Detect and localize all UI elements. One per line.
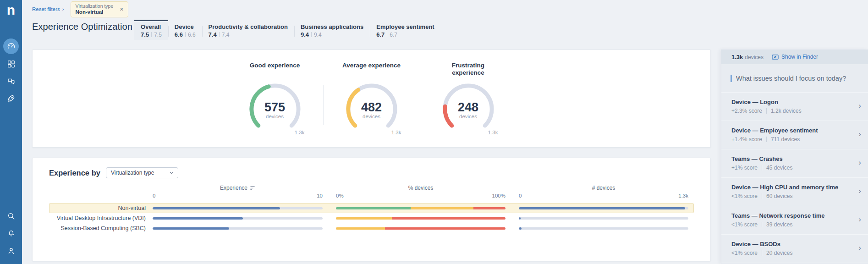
gauge-max-label: 1.3k [488, 130, 498, 135]
sidebar-item-dashboards[interactable] [0, 55, 22, 72]
issue-meta: <1% score 60 devices [731, 193, 852, 199]
pct-devices-bar [336, 217, 505, 220]
issue-title: Device — Logon [731, 99, 852, 105]
issue-score: <1% score [731, 250, 758, 256]
sidebar: n [0, 0, 22, 264]
tab-benchmark: 7.5 [154, 32, 162, 38]
table-row-sbc[interactable]: Session-Based Computing (SBC) [49, 223, 694, 233]
sidebar-item-overview[interactable] [0, 38, 22, 55]
chevron-right-icon: › [62, 6, 64, 12]
gauge-title: Good experience [245, 62, 305, 77]
column-header-experience[interactable]: Experience [153, 185, 323, 191]
issue-meta: <1% score 39 devices [731, 221, 852, 228]
experience-bar [153, 227, 323, 230]
column-header-pct-devices[interactable]: % devices [336, 185, 505, 191]
issue-meta: +1.4% score 711 devices [731, 136, 852, 143]
issue-meta: +1% score 45 devices [731, 165, 852, 171]
breakdown-dropdown[interactable]: Virtualization type [106, 167, 178, 178]
tab-scores: 7.5 7.5 [141, 31, 162, 38]
issue-meta: +2.3% score 1.2k devices [731, 108, 852, 114]
reset-filters-link[interactable]: Reset filters › [32, 6, 64, 12]
issue-title: Device — High CPU and memory time [731, 184, 852, 191]
tab-productivity-collaboration[interactable]: Productivity & collaboration 7.4 7.4 [202, 20, 294, 40]
issue-device-high-cpu-memory[interactable]: Device — High CPU and memory time <1% sc… [721, 178, 868, 206]
close-icon[interactable]: × [119, 6, 124, 12]
focus-question: What issues should I focus on today? [721, 64, 868, 93]
issue-teams-crashes[interactable]: Teams — Crashes +1% score 45 devices › [721, 149, 868, 178]
table-row-vdi[interactable]: Virtual Desktop Infrastructure (VDI) [49, 213, 694, 223]
column-header-num-devices[interactable]: # devices [519, 185, 688, 191]
tab-business-applications[interactable]: Business applications 9.4 9.4 [294, 20, 370, 40]
tab-scores: 7.4 7.4 [209, 31, 288, 38]
sidebar-item-notifications[interactable] [0, 225, 22, 242]
tab-score: 7.4 [209, 31, 217, 38]
show-in-finder-label: Show in Finder [781, 54, 818, 60]
chevron-right-icon: › [858, 101, 861, 110]
issue-device-bsods[interactable]: Device — BSODs <1% score 20 devices › [721, 235, 868, 263]
num-devices-bar [519, 227, 688, 230]
meta-separator [762, 165, 762, 170]
tab-scores: 6.6 6.6 [175, 31, 196, 38]
tab-employee-sentiment[interactable]: Employee sentiment 6.7 6.7 [370, 20, 440, 40]
issue-teams-network-response[interactable]: Teams — Network response time <1% score … [721, 206, 868, 235]
page-title: Experience Optimization [32, 22, 132, 32]
tab-device[interactable]: Device 6.6 6.6 [168, 20, 202, 40]
gauge-value: 575 [264, 101, 285, 114]
grid-icon [7, 60, 16, 68]
gauge-title: Frustrating experience [439, 62, 498, 77]
tab-score: 6.7 [376, 31, 385, 38]
meta-separator [762, 222, 762, 227]
row-label: Session-Based Computing (SBC) [49, 225, 146, 231]
tab-overall[interactable]: Overall 7.5 7.5 [134, 20, 168, 40]
issue-score: <1% score [731, 221, 758, 228]
sidebar-item-search[interactable] [0, 207, 22, 225]
chevron-right-icon: › [858, 158, 861, 167]
tab-benchmark: 9.4 [314, 32, 322, 38]
sidebar-item-engage[interactable] [0, 72, 22, 90]
gauge-unit: devices [363, 114, 380, 119]
gauge-center: 482 devices [345, 82, 399, 136]
gauge-title: Average experience [342, 62, 401, 77]
experience-by-card: Experience by Virtualization type Experi… [32, 158, 711, 261]
show-in-finder-link[interactable]: Show in Finder [772, 54, 818, 60]
gauge-ring: 482 devices 1.3k [345, 82, 399, 136]
finder-window-icon [772, 54, 779, 60]
issue-title: Device — BSODs [731, 241, 852, 248]
sidebar-item-profile[interactable] [0, 242, 22, 259]
filter-chip[interactable]: Virtualization type Non-virtual × [71, 1, 129, 17]
pct-devices-bar [336, 207, 505, 209]
search-icon [7, 212, 16, 220]
accent-bar [731, 75, 732, 82]
meta-separator [762, 250, 762, 256]
rocket-icon [6, 94, 16, 103]
gauge-value: 248 [458, 101, 478, 114]
insights-panel: 1.3kdevices Show in Finder What issues s… [721, 0, 868, 264]
table-row-non-virtual[interactable]: Non-virtual [49, 203, 694, 213]
issue-devices: 20 devices [766, 250, 792, 256]
chevron-right-icon: › [858, 215, 861, 224]
axis-min: 0 [153, 193, 155, 198]
score-separator [185, 32, 186, 37]
meta-separator [766, 108, 767, 114]
tab-label: Overall [141, 23, 162, 30]
gauge-ring: 575 devices 1.3k [248, 82, 302, 136]
sidebar-item-launch[interactable] [0, 90, 22, 107]
experience-bar [153, 207, 323, 209]
gauge-value: 482 [361, 101, 382, 114]
device-count-bar: 1.3kdevices Show in Finder [721, 50, 868, 64]
issue-device-employee-sentiment[interactable]: Device — Employee sentiment +1.4% score … [721, 121, 868, 149]
filter-chip-texts: Virtualization type Non-virtual [76, 3, 114, 15]
issue-devices: 39 devices [766, 221, 792, 228]
issue-device-logon[interactable]: Device — Logon +2.3% score 1.2k devices … [721, 93, 868, 121]
tab-label: Employee sentiment [376, 23, 434, 30]
nexthink-logo: n [0, 0, 22, 20]
axis-max: 10 [317, 193, 323, 198]
app-window: n [0, 0, 868, 264]
device-count-value: 1.3k [731, 54, 743, 60]
tab-benchmark: 6.6 [188, 32, 196, 38]
tab-scores: 9.4 9.4 [301, 31, 363, 38]
filter-chip-value: Non-virtual [76, 9, 114, 15]
issue-devices: 60 devices [766, 193, 792, 199]
gauge-unit: devices [266, 114, 284, 119]
gauge-good-experience: Good experience 575 devices 1.3k [227, 50, 323, 136]
